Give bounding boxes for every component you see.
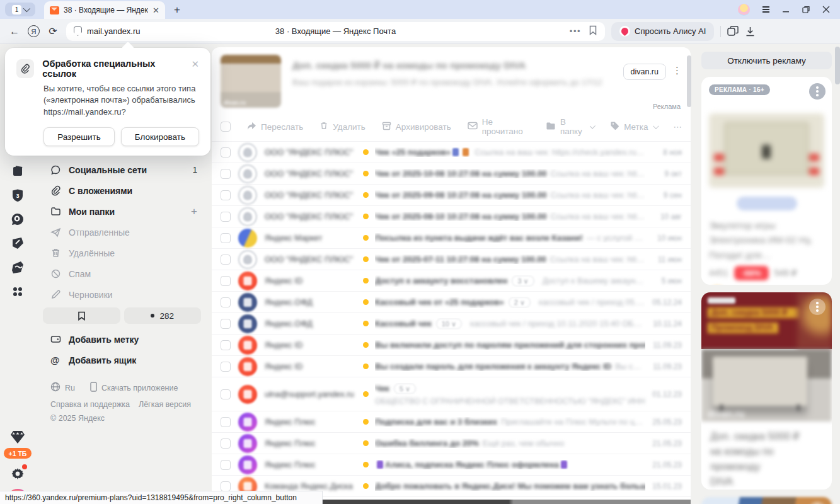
sidebar-folder[interactable]: Мои папки+: [35, 201, 210, 222]
attachment-chip[interactable]: 2 ∨: [509, 297, 531, 308]
email-row[interactable]: ООО "ЯНДЕКС ПЛЮС"Чек «25 подарков»Ссылка…: [212, 141, 691, 163]
unread-marker-icon[interactable]: [363, 214, 369, 219]
action-tagf[interactable]: Метка: [610, 121, 657, 132]
settings-button[interactable]: [0, 466, 35, 484]
notes-hand-icon[interactable]: [10, 260, 25, 275]
inline-ad[interactable]: divan.ru Доп. скидка 5000 ₽ на комоды по…: [212, 47, 691, 112]
action-forward[interactable]: Переслать: [247, 122, 303, 132]
list-scrollbar[interactable]: [687, 55, 691, 107]
downloads-icon[interactable]: [745, 26, 755, 37]
yandex-home-button[interactable]: Я: [28, 25, 40, 37]
row-checkbox[interactable]: [221, 362, 231, 372]
action-more[interactable]: ⋯: [674, 122, 682, 132]
sidebar-folder[interactable]: Социальные сети1: [35, 159, 210, 180]
sidebar-folder[interactable]: С вложениями: [35, 180, 210, 201]
email-row[interactable]: ulna@support.yandex.ruЧек5 ∨ОБЩЕСТВО С О…: [212, 377, 691, 411]
unread-marker-icon[interactable]: [363, 278, 369, 284]
sidebar-folder[interactable]: Черновики: [35, 284, 210, 305]
help-link[interactable]: Справка и поддержка: [50, 400, 130, 409]
back-button[interactable]: ←: [8, 26, 21, 37]
unread-marker-icon[interactable]: [363, 440, 369, 446]
refresh-button[interactable]: ⟳: [46, 25, 60, 37]
sidebar-folder[interactable]: Удалённые: [35, 243, 210, 263]
row-checkbox[interactable]: [221, 169, 231, 179]
browser-menu-icon[interactable]: [762, 6, 769, 13]
ad-card-2[interactable]: Доп. скидка 5000 ₽ Промокод DIVA divan.r…: [701, 292, 832, 490]
unread-marker-icon[interactable]: [363, 299, 369, 305]
bookmark-icon[interactable]: [589, 25, 597, 38]
allow-button[interactable]: Разрешить: [43, 127, 115, 146]
email-row[interactable]: Яндекс IDВы создали пароль для приложени…: [212, 355, 691, 377]
row-checkbox[interactable]: [221, 297, 231, 307]
bookmarks-filter-button[interactable]: [43, 307, 120, 324]
ad-card-3[interactable]: [701, 497, 832, 504]
tab-counter-button[interactable]: 1: [5, 3, 35, 16]
new-tab-button[interactable]: +: [174, 4, 180, 15]
block-button[interactable]: Блокировать: [121, 127, 199, 146]
window-minimize-button[interactable]: [782, 6, 790, 13]
attachment-chip[interactable]: 10 ∨: [436, 318, 462, 329]
row-checkbox[interactable]: [221, 233, 231, 243]
email-row[interactable]: Яндекс.ОФДКассовый чек10 ∨кассовый чек /…: [212, 312, 691, 334]
ask-alice-button[interactable]: Спросить Алису AI: [611, 22, 714, 41]
action-folderf[interactable]: В папку: [546, 117, 594, 136]
unread-marker-icon[interactable]: [363, 462, 369, 467]
apps-grid-icon[interactable]: [10, 284, 25, 299]
action-mail[interactable]: Не прочитано: [468, 117, 529, 136]
address-more-icon[interactable]: •••: [570, 26, 581, 36]
shield-3-icon[interactable]: 3: [10, 188, 25, 203]
attachment-chip[interactable]: 3 ∨: [512, 275, 534, 287]
row-checkbox[interactable]: [221, 147, 231, 158]
row-checkbox[interactable]: [221, 389, 231, 399]
row-checkbox[interactable]: [221, 460, 231, 470]
unread-marker-icon[interactable]: [363, 419, 369, 425]
window-close-button[interactable]: [822, 6, 830, 13]
row-checkbox[interactable]: [221, 340, 231, 350]
action-archive[interactable]: Архивировать: [382, 122, 451, 132]
email-row[interactable]: Яндекс IDДоступ к аккаунту восстановлен3…: [212, 270, 691, 291]
sidebar-folder[interactable]: Спам: [35, 263, 210, 284]
window-scrollbar[interactable]: [835, 47, 840, 84]
unread-marker-icon[interactable]: [363, 342, 369, 348]
popup-close-icon[interactable]: ✕: [191, 59, 199, 70]
email-row[interactable]: Яндекс ПлюсПодписка для вас и 3 близкихП…: [212, 411, 691, 432]
address-bar[interactable]: mail.yandex.ru 38 · Входящие — Яндекс По…: [66, 22, 605, 41]
light-version-link[interactable]: Лёгкая версия: [139, 400, 191, 409]
extensions-icon[interactable]: [727, 26, 739, 37]
sidebar-folder[interactable]: Отправленные: [35, 222, 210, 243]
ad-site-button[interactable]: divan.ru: [623, 64, 666, 80]
row-checkbox[interactable]: [221, 190, 231, 200]
select-all-checkbox[interactable]: [221, 122, 231, 132]
disable-ads-button[interactable]: Отключить рекламу: [701, 52, 832, 69]
ad-menu-icon[interactable]: ⋮: [672, 64, 682, 76]
action-trash[interactable]: Удалить: [319, 121, 365, 132]
premium-upsell[interactable]: +1 ТБ: [0, 430, 35, 459]
email-row[interactable]: ООО "ЯНДЕКС ПЛЮС"Чек от 2025-07-11 10:27…: [212, 248, 691, 270]
email-row[interactable]: ООО "ЯНДЕКС ПЛЮС"Чек от 2025-08-10 10:27…: [212, 205, 691, 227]
unread-marker-icon[interactable]: [363, 149, 369, 155]
row-checkbox[interactable]: [221, 255, 231, 265]
ad-options-icon[interactable]: [809, 83, 826, 100]
ad-options-icon[interactable]: [809, 299, 826, 315]
language-switch[interactable]: Ru: [65, 384, 75, 392]
email-row[interactable]: Яндекс IDВы включили доступ по паролям п…: [212, 334, 691, 355]
row-checkbox[interactable]: [221, 212, 231, 222]
download-app-link[interactable]: Скачать приложение: [101, 384, 178, 392]
messenger-eye-icon[interactable]: [10, 212, 25, 227]
site-security-icon[interactable]: [74, 26, 82, 36]
attachment-chip[interactable]: 5 ∨: [394, 383, 416, 394]
tab-close-icon[interactable]: ✕: [152, 6, 159, 14]
unread-marker-icon[interactable]: [363, 321, 369, 326]
row-checkbox[interactable]: [221, 481, 231, 491]
add-folder-icon[interactable]: +: [191, 205, 197, 218]
unread-marker-icon[interactable]: [363, 192, 369, 198]
unread-marker-icon[interactable]: [363, 364, 369, 369]
row-checkbox[interactable]: [221, 438, 231, 449]
add-label-button[interactable]: Добавить метку: [35, 329, 210, 350]
unread-filter-button[interactable]: 282: [124, 307, 202, 324]
unread-marker-icon[interactable]: [363, 235, 369, 241]
email-row[interactable]: Яндекс ПлюсОшибка биллинга до 20%Ещё раз…: [212, 432, 691, 454]
unread-marker-icon[interactable]: [363, 171, 369, 176]
email-row[interactable]: ООО "ЯНДЕКС ПЛЮС"Чек от 2025-10-08 10:27…: [212, 163, 691, 184]
row-checkbox[interactable]: [221, 319, 231, 329]
